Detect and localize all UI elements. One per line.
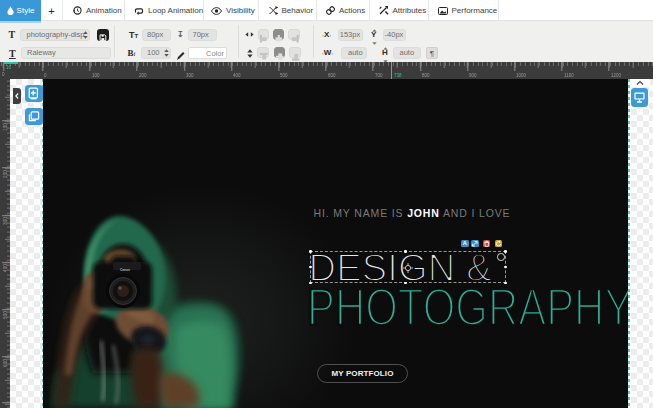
svg-text:Canon: Canon [120, 268, 130, 272]
